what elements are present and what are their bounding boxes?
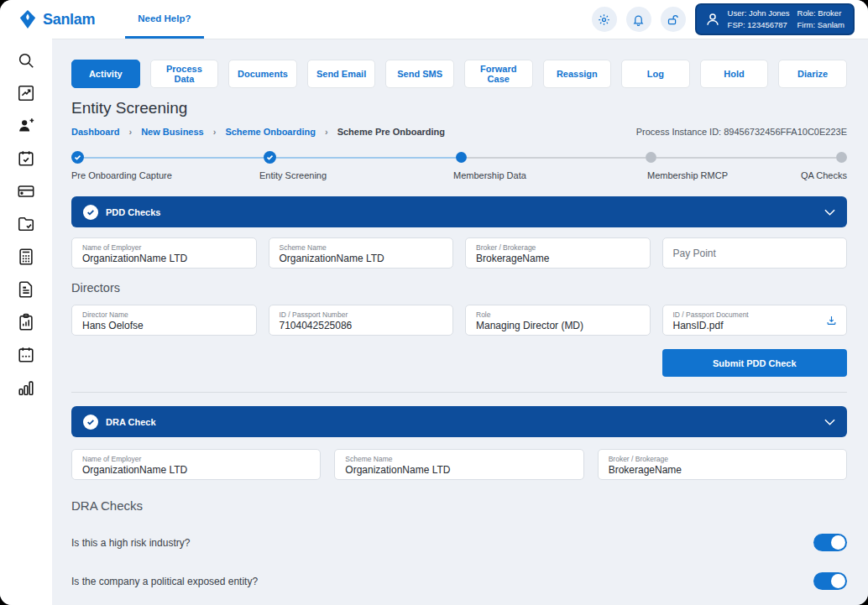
field-label: Role bbox=[476, 310, 640, 320]
breadcrumb-new-business[interactable]: New Business bbox=[141, 127, 204, 137]
breadcrumb: Dashboard New Business Scheme Onboarding… bbox=[71, 127, 445, 137]
documents-button[interactable]: Documents bbox=[228, 60, 297, 88]
field-label: Name of Employer bbox=[82, 455, 310, 464]
breadcrumb-dashboard[interactable]: Dashboard bbox=[71, 127, 119, 137]
brand-logo: Sanlam bbox=[18, 9, 95, 29]
process-data-button[interactable]: Process Data bbox=[150, 60, 219, 88]
breadcrumb-current: Scheme Pre Onboarding bbox=[337, 127, 445, 137]
reassign-button[interactable]: Reassign bbox=[543, 60, 612, 88]
trend-chart-icon[interactable] bbox=[9, 76, 43, 109]
field-value: BrokerageName bbox=[476, 253, 640, 266]
check-circle-icon bbox=[83, 415, 98, 430]
user-info-box[interactable]: User: John Jones FSP: 123456787 Role: Br… bbox=[695, 3, 855, 35]
send-email-button[interactable]: Send Email bbox=[307, 60, 376, 88]
send-sms-button[interactable]: Send SMS bbox=[385, 60, 454, 88]
hold-button[interactable]: Hold bbox=[700, 60, 769, 88]
chevron-down-icon[interactable] bbox=[824, 209, 835, 216]
field-value: HansID.pdf bbox=[673, 320, 837, 333]
stepper-line bbox=[84, 157, 264, 159]
name-of-employer-field[interactable]: Name of Employer OrganizationName LTD bbox=[71, 237, 257, 269]
case-toolbar: Activity Process Data Documents Send Ema… bbox=[71, 60, 847, 88]
add-user-icon[interactable] bbox=[9, 109, 43, 142]
diarize-button[interactable]: Diarize bbox=[778, 60, 847, 88]
sanlam-logo-icon bbox=[18, 9, 37, 29]
dra-name-of-employer-field[interactable]: Name of Employer OrganizationName LTD bbox=[71, 449, 321, 480]
toggle-high-risk-industry[interactable] bbox=[813, 534, 847, 551]
gear-icon[interactable] bbox=[592, 7, 617, 32]
document-icon[interactable] bbox=[9, 273, 43, 305]
broker-brokerage-field[interactable]: Broker / Brokerage BrokerageName bbox=[465, 237, 651, 269]
field-value: Managing Director (MD) bbox=[476, 320, 640, 333]
field-value: OrganizationName LTD bbox=[82, 253, 246, 266]
folder-check-icon[interactable] bbox=[9, 207, 43, 240]
user-name: User: John Jones bbox=[728, 8, 790, 19]
field-label: Director Name bbox=[82, 310, 246, 320]
clipboard-chart-icon[interactable] bbox=[9, 305, 43, 338]
chevron-right-icon bbox=[325, 127, 328, 137]
question-high-risk-industry: Is this a high risk industry? bbox=[71, 537, 190, 549]
log-button[interactable]: Log bbox=[621, 60, 690, 88]
director-name-field[interactable]: Director Name Hans Oelofse bbox=[71, 305, 257, 336]
dra-fields-row: Name of Employer OrganizationName LTD Sc… bbox=[71, 449, 847, 480]
toggle-political-exposed[interactable] bbox=[813, 572, 847, 590]
download-icon[interactable] bbox=[825, 314, 838, 326]
bar-chart-icon[interactable] bbox=[9, 371, 43, 404]
dra-question-row: Is this a high risk industry? bbox=[71, 534, 847, 551]
toggle-knob bbox=[831, 574, 845, 588]
section-divider bbox=[71, 392, 847, 393]
calendar-dots-icon[interactable] bbox=[9, 338, 43, 371]
need-help-tab[interactable]: Need Help? bbox=[125, 0, 203, 39]
search-icon[interactable] bbox=[9, 44, 43, 76]
dra-broker-brokerage-field[interactable]: Broker / Brokerage BrokerageName bbox=[598, 449, 847, 480]
id-passport-number-field[interactable]: ID / Passport Number 7104042525086 bbox=[269, 305, 454, 336]
field-value: BrokerageName bbox=[609, 464, 836, 477]
submit-pdd-check-button[interactable]: Submit PDD Check bbox=[662, 349, 848, 377]
stepper-labels: Pre Onboarding Capture Entity Screening … bbox=[71, 170, 847, 183]
step-label-entity-screening: Entity Screening bbox=[259, 170, 327, 180]
left-sidebar bbox=[0, 39, 52, 605]
field-value: OrganizationName LTD bbox=[345, 464, 573, 477]
bell-icon[interactable] bbox=[626, 7, 651, 32]
stepper-track bbox=[71, 151, 847, 164]
field-value: OrganizationName LTD bbox=[280, 253, 443, 266]
page-title: Entity Screening bbox=[71, 99, 847, 117]
credit-card-icon[interactable] bbox=[9, 175, 43, 207]
directors-fields-row: Director Name Hans Oelofse ID / Passport… bbox=[71, 305, 847, 336]
step-label-qa-checks: QA Checks bbox=[801, 170, 847, 180]
forward-case-button[interactable]: Forward Case bbox=[464, 60, 533, 88]
breadcrumb-scheme-onboarding[interactable]: Scheme Onboarding bbox=[225, 127, 316, 137]
header-actions: User: John Jones FSP: 123456787 Role: Br… bbox=[592, 3, 855, 35]
user-firm: Firm: Sanlam bbox=[797, 19, 844, 31]
calculator-icon[interactable] bbox=[9, 240, 43, 273]
stepper-line bbox=[467, 157, 646, 159]
pdd-submit-row: Submit PDD Check bbox=[71, 349, 847, 377]
stepper-line bbox=[656, 157, 836, 159]
unlock-icon[interactable] bbox=[661, 7, 686, 32]
calendar-check-icon[interactable] bbox=[9, 142, 43, 175]
chevron-down-icon[interactable] bbox=[824, 419, 835, 425]
user-info-left: User: John Jones FSP: 123456787 bbox=[728, 8, 790, 31]
pdd-section-title: PDD Checks bbox=[106, 207, 160, 217]
user-fsp: FSP: 123456787 bbox=[728, 19, 790, 31]
field-value: Hans Oelofse bbox=[82, 320, 246, 333]
field-label: Broker / Brokerage bbox=[609, 455, 836, 464]
step-complete-icon bbox=[264, 151, 276, 164]
step-label-membership-rmcp: Membership RMCP bbox=[647, 170, 728, 180]
field-label: Scheme Name bbox=[280, 243, 443, 253]
pay-point-field[interactable]: Pay Point bbox=[662, 237, 848, 269]
brand-name: Sanlam bbox=[43, 11, 95, 29]
field-label: Name of Employer bbox=[82, 243, 246, 253]
process-instance-id: Process Instance ID: 89456732456FFA10C0E… bbox=[636, 127, 847, 137]
user-avatar-icon bbox=[705, 12, 720, 27]
top-header: Sanlam Need Help? bbox=[0, 0, 868, 39]
dra-check-header[interactable]: DRA Check bbox=[71, 406, 847, 437]
id-passport-document-field[interactable]: ID / Passport Document HansID.pdf bbox=[662, 305, 848, 336]
role-field[interactable]: Role Managing Director (MD) bbox=[465, 305, 651, 336]
activity-button[interactable]: Activity bbox=[71, 60, 140, 88]
dra-scheme-name-field[interactable]: Scheme Name OrganizationName LTD bbox=[334, 449, 583, 480]
pdd-checks-header[interactable]: PDD Checks bbox=[71, 196, 847, 227]
step-label-pre-onboarding: Pre Onboarding Capture bbox=[71, 170, 172, 180]
scheme-name-field[interactable]: Scheme Name OrganizationName LTD bbox=[269, 237, 454, 269]
step-pending-dot bbox=[836, 152, 847, 163]
step-label-membership-data: Membership Data bbox=[453, 170, 526, 180]
